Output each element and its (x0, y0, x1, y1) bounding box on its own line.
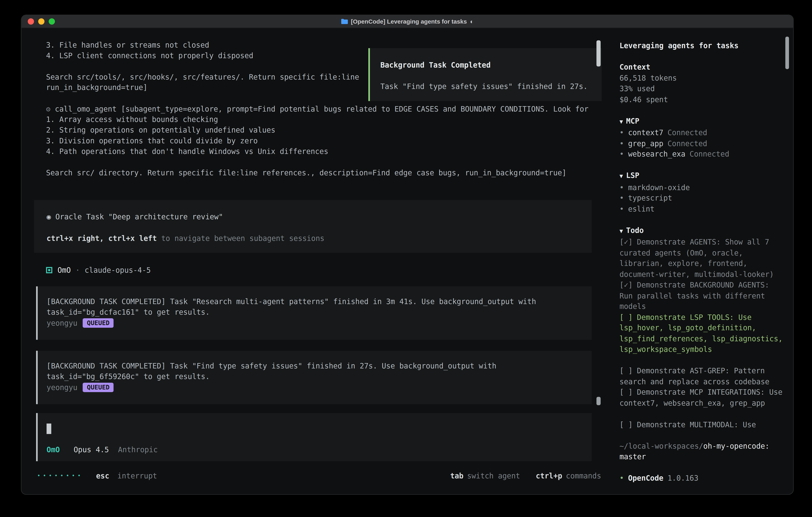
separator-dot: · (76, 265, 80, 275)
text-cursor (47, 424, 51, 434)
todo-item: [ ]Demonstrate AST-GREP: Pattern search … (619, 365, 785, 387)
queued-message[interactable]: [BACKGROUND TASK COMPLETED] Task "Resear… (36, 286, 592, 340)
esc-key-hint: esc (96, 472, 109, 480)
close-button[interactable] (28, 19, 34, 25)
commands-hint: ctrl+pcommands (536, 471, 601, 481)
traffic-lights (28, 19, 55, 25)
agent-name: OmO (58, 265, 71, 275)
bullet-icon: • (619, 205, 624, 213)
toast-title: Background Task Completed (380, 60, 591, 71)
status-badge: QUEUED (83, 382, 114, 392)
message-text: [BACKGROUND TASK COMPLETED] Task "Find t… (47, 361, 581, 371)
checkbox-empty-icon: [ ] (619, 388, 633, 396)
context-used: 33% used (619, 83, 785, 94)
tool-call-footer: Search src/ directory. Return specific f… (46, 167, 588, 178)
todo-item: [ ]Demonstrate MCP INTEGRATIONS: Use con… (619, 387, 785, 408)
statusbar-left: •••••••• esc interrupt (37, 471, 157, 481)
tool-call-item: 1. Array access without bounds checking (46, 114, 588, 125)
lsp-section-header[interactable]: ▼LSP (619, 170, 785, 182)
esc-key-label: interrupt (117, 472, 157, 480)
tool-call-header: ⚙ call_omo_agent [subagent_type=explore,… (46, 104, 588, 114)
folder-icon (341, 19, 348, 24)
agent-header: OmO · claude-opus-4-5 (46, 265, 151, 275)
mcp-item: •grep_appConnected (619, 138, 785, 149)
checkbox-empty-icon: [ ] (619, 420, 633, 429)
zoom-button[interactable] (49, 19, 55, 25)
sidebar-scrollbar-thumb[interactable] (785, 36, 789, 69)
mcp-item: •websearch_exaConnected (619, 149, 785, 160)
checkbox-empty-icon: [ ] (619, 366, 633, 375)
context-spent: $0.46 spent (619, 94, 785, 105)
spinner-dots-icon: •••••••• (37, 473, 83, 479)
record-icon: ◉ (47, 213, 51, 221)
model-selector[interactable]: OmO Opus 4.5 Anthropic (47, 444, 157, 455)
message-text: task_id="bg_dcfac161" to get results. (47, 307, 581, 318)
app-version: •OpenCode1.0.163 (619, 473, 785, 484)
tool-call-item: 3. Division operations that could divide… (46, 135, 588, 146)
chat-pane: 3. File handles or streams not closed 4.… (21, 28, 611, 494)
window-title: [OpenCode] Leveraging agents for tasks ◐ (21, 15, 793, 28)
prompt-input[interactable]: OmO Opus 4.5 Anthropic (36, 413, 592, 461)
author-name: yeongyu (47, 319, 78, 327)
mcp-section-header[interactable]: ▼MCP (619, 115, 785, 127)
session-title: Leveraging agents for tasks (619, 40, 785, 51)
message-text: [BACKGROUND TASK COMPLETED] Task "Resear… (47, 296, 581, 307)
chevron-down-icon: ▼ (619, 227, 623, 234)
chevron-down-icon: ▼ (619, 173, 623, 180)
context-tokens: 66,518 tokens (619, 73, 785, 83)
scrollbar-thumb[interactable] (597, 397, 601, 405)
todo-item: [✓]Demonstrate BACKGROUND AGENTS: Run pa… (619, 279, 785, 312)
agent-model: claude-opus-4-5 (85, 265, 151, 275)
lsp-item: •eslint (619, 203, 785, 214)
minimize-button[interactable] (38, 19, 45, 25)
message-text: task_id="bg_6f59260c" to get results. (47, 371, 581, 382)
lsp-item: •typescript (619, 193, 785, 203)
toast-body: Task "Find type safety issues" finished … (380, 81, 591, 91)
lsp-item: •markdown-oxide (619, 182, 785, 193)
oracle-task-title: ◉ Oracle Task "Deep architecture review" (47, 212, 592, 222)
checkbox-checked-icon: [✓] (619, 238, 633, 246)
todo-item: [ ]Demonstrate MULTIMODAL: Use (619, 419, 785, 430)
bullet-icon: • (619, 150, 624, 158)
subagent-nav-hint: ctrl+x right, ctrl+x left to navigate be… (47, 233, 592, 243)
session-sidebar: Leveraging agents for tasks Context 66,5… (611, 28, 793, 494)
status-badge: QUEUED (83, 318, 114, 327)
todo-item: [✓]Demonstrate AGENTS: Show all 7 curate… (619, 237, 785, 280)
oracle-task-panel: ◉ Oracle Task "Deep architecture review"… (34, 200, 591, 253)
window-title-text: [OpenCode] Leveraging agents for tasks (351, 19, 467, 25)
bullet-icon: • (619, 128, 624, 137)
statusbar-right: tabswitch agent ctrl+pcommands (450, 471, 601, 481)
tool-call-item: 4. Path operations that don't handle Win… (46, 146, 588, 157)
todo-section-header[interactable]: ▼Todo (619, 225, 785, 237)
bullet-icon: • (619, 139, 624, 147)
mcp-item: •context7Connected (619, 127, 785, 138)
workspace-path: ~/local-workspaces/oh-my-opencode: maste… (619, 441, 785, 462)
provider-label: Anthropic (118, 445, 158, 454)
bullet-icon: • (619, 474, 624, 482)
agent-checkbox-icon (46, 267, 52, 273)
terminal-window: [OpenCode] Leveraging agents for tasks ◐… (21, 15, 794, 495)
active-agent-label: OmO (47, 445, 60, 454)
bullet-icon: • (619, 194, 624, 202)
tool-call-item: 2. String operations on potentially unde… (46, 125, 588, 135)
background-task-toast: Background Task Completed Task "Find typ… (368, 48, 602, 101)
status-bar: •••••••• esc interrupt tabswitch agent c… (37, 471, 601, 481)
bullet-icon: • (619, 183, 624, 191)
queued-message[interactable]: [BACKGROUND TASK COMPLETED] Task "Find t… (36, 351, 592, 404)
title-spinner-icon: ◐ (470, 19, 474, 25)
checkbox-checked-icon: [✓] (619, 281, 633, 289)
author-name: yeongyu (47, 383, 78, 391)
tab-hint: tabswitch agent (450, 471, 520, 481)
message-meta: yeongyuQUEUED (47, 382, 581, 393)
todo-item: [ ]Demonstrate LSP TOOLS: Use lsp_hover,… (619, 312, 785, 355)
chevron-down-icon: ▼ (619, 118, 623, 125)
desktop-background: [OpenCode] Leveraging agents for tasks ◐… (0, 0, 812, 517)
active-model-label: Opus 4.5 (74, 445, 109, 454)
message-meta: yeongyuQUEUED (47, 318, 581, 328)
titlebar[interactable]: [OpenCode] Leveraging agents for tasks ◐ (21, 15, 793, 28)
context-heading: Context (619, 62, 785, 73)
gear-icon: ⚙ (46, 105, 50, 113)
scrollbar-thumb[interactable] (597, 40, 601, 66)
checkbox-empty-icon: [ ] (619, 313, 633, 321)
